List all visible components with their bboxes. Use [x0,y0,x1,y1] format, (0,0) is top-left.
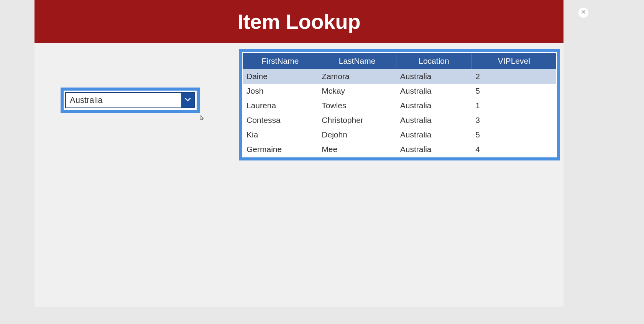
column-header-firstname[interactable]: FirstName [243,53,318,69]
table-row[interactable]: LaurenaTowlesAustralia1 [243,98,556,113]
column-header-location[interactable]: Location [396,53,472,69]
results-table-container: FirstName LastName Location VIPLevel Dai… [239,49,560,160]
cursor-icon [199,115,205,122]
close-icon [581,9,586,16]
header: Item Lookup [34,0,564,43]
cell-location: Australia [396,69,472,84]
results-table: FirstName LastName Location VIPLevel Dai… [243,53,556,157]
table-row[interactable]: DaineZamoraAustralia2 [243,69,556,84]
cell-viplevel: 5 [472,127,556,142]
dropdown-arrow-button[interactable] [181,93,194,107]
cell-viplevel: 2 [472,69,556,84]
cell-viplevel: 4 [472,142,556,157]
cell-firstname: Contessa [243,113,318,127]
cell-firstname: Germaine [243,142,318,157]
page-title: Item Lookup [238,10,361,33]
table-row[interactable]: JoshMckayAustralia5 [243,84,556,98]
close-button[interactable] [578,8,588,18]
dropdown-selected-text: Australia [66,95,181,105]
cell-viplevel: 1 [472,98,556,113]
cell-lastname: Zamora [318,69,396,84]
cell-location: Australia [396,84,472,98]
table-row[interactable]: ContessaChristopherAustralia3 [243,113,556,127]
table-row[interactable]: GermaineMeeAustralia4 [243,142,556,157]
main-panel: Item Lookup Australia Fi [34,0,564,307]
cell-location: Australia [396,113,472,127]
cell-firstname: Daine [243,69,318,84]
cell-firstname: Kia [243,127,318,142]
cell-firstname: Josh [243,84,318,98]
cell-viplevel: 5 [472,84,556,98]
cell-lastname: Mee [318,142,396,157]
cell-lastname: Dejohn [318,127,396,142]
cell-viplevel: 3 [472,113,556,127]
chevron-down-icon [184,96,191,104]
cell-location: Australia [396,98,472,113]
location-dropdown[interactable]: Australia [65,92,195,108]
location-dropdown-container: Australia [61,88,200,113]
table-row[interactable]: KiaDejohnAustralia5 [243,127,556,142]
cell-location: Australia [396,127,472,142]
cell-location: Australia [396,142,472,157]
table-header-row: FirstName LastName Location VIPLevel [243,53,556,69]
column-header-lastname[interactable]: LastName [318,53,396,69]
cell-lastname: Towles [318,98,396,113]
cell-lastname: Christopher [318,113,396,127]
cell-firstname: Laurena [243,98,318,113]
column-header-viplevel[interactable]: VIPLevel [472,53,556,69]
content-area: Australia FirstName LastName Locat [34,43,564,307]
cell-lastname: Mckay [318,84,396,98]
